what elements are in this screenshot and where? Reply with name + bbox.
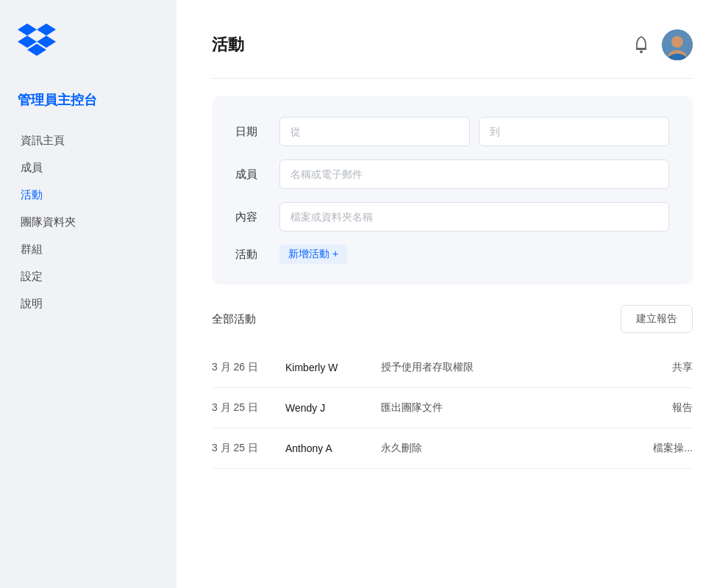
table-row: 3 月 26 日 Kimberly W 授予使用者存取權限 共享 [212,348,693,388]
activity-date: 3 月 25 日 [212,442,285,455]
admin-title: 管理員主控台 [18,91,159,109]
avatar[interactable] [662,29,693,60]
activity-user: Kimberly W [285,362,381,373]
activity-inputs: 新增活動 + [279,245,669,264]
table-row: 3 月 25 日 Wendy J 匯出團隊文件 報告 [212,388,693,429]
activity-category: 檔案操... [627,442,693,455]
sidebar-item-team-folders[interactable]: 團隊資料夾 [18,211,159,234]
sidebar-item-help[interactable]: 說明 [18,293,159,315]
logo-area [18,24,159,59]
sidebar-item-activity[interactable]: 活動 [18,184,159,207]
filter-card: 日期 成員 內容 活動 新增活動 + [212,96,693,284]
member-input[interactable] [279,159,669,189]
activity-list: 3 月 26 日 Kimberly W 授予使用者存取權限 共享 3 月 25 … [212,348,693,469]
activity-date: 3 月 26 日 [212,361,285,374]
sidebar-item-info[interactable]: 資訊主頁 [18,129,159,152]
date-from-input[interactable] [279,117,470,146]
svg-point-4 [672,37,682,47]
activity-action: 永久刪除 [381,442,627,455]
content-inputs [279,202,669,232]
activity-action: 匯出團隊文件 [381,401,627,415]
activity-category: 共享 [627,361,693,374]
sidebar-item-settings[interactable]: 設定 [18,265,159,288]
header: 活動 [212,29,693,60]
sidebar-item-members[interactable]: 成員 [18,157,159,179]
page-title: 活動 [212,34,244,56]
add-activity-tag-button[interactable]: 新增活動 + [279,245,347,264]
activity-user: Wendy J [285,402,381,414]
notification-bell-icon[interactable] [631,35,652,55]
filter-row-date: 日期 [235,117,669,146]
filter-row-member: 成員 [235,159,669,189]
sidebar-item-groups[interactable]: 群組 [18,238,159,261]
table-row: 3 月 25 日 Anthony A 永久刪除 檔案操... [212,429,693,469]
activity-filter-label: 活動 [235,248,279,262]
activity-action: 授予使用者存取權限 [381,361,627,374]
date-label: 日期 [235,125,279,139]
date-to-input[interactable] [479,117,669,146]
create-report-button[interactable]: 建立報告 [621,305,693,333]
filter-row-activity: 活動 新增活動 + [235,245,669,264]
sidebar: 管理員主控台 資訊主頁 成員 活動 團隊資料夾 群組 設定 說明 [0,0,176,588]
date-inputs [279,117,669,146]
nav-list: 資訊主頁 成員 活動 團隊資料夾 群組 設定 說明 [18,129,159,315]
member-inputs [279,159,669,189]
activity-date: 3 月 25 日 [212,401,285,415]
activity-category: 報告 [627,401,693,415]
activity-user: Anthony A [285,442,381,454]
header-divider [212,78,693,79]
dropbox-logo [18,24,56,56]
member-label: 成員 [235,168,279,182]
filter-row-content: 內容 [235,202,669,232]
content-input[interactable] [279,202,669,232]
header-icons [631,29,693,60]
section-title: 全部活動 [212,312,256,326]
main-content: 活動 [176,0,728,588]
svg-point-0 [640,51,643,54]
activity-section-header: 全部活動 建立報告 [212,305,693,333]
content-label: 內容 [235,210,279,224]
